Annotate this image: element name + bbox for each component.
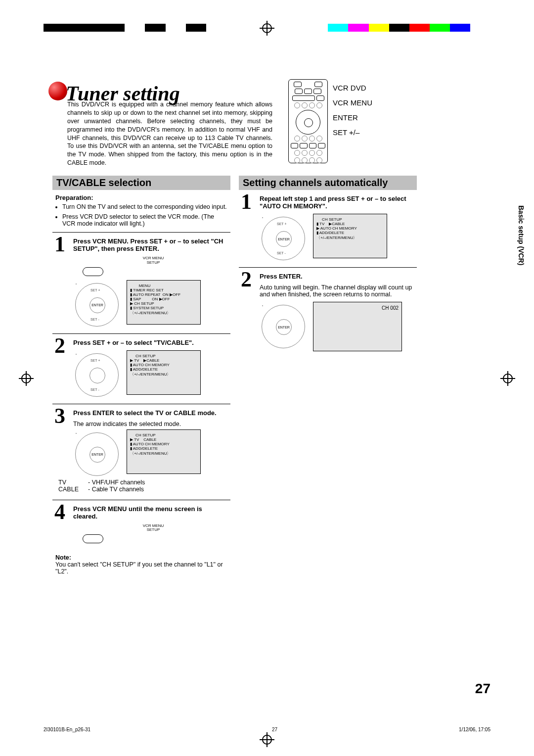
section-bullet-icon <box>48 82 67 100</box>
osd-screen: CH 002 <box>313 302 402 351</box>
registration-mark <box>260 732 274 747</box>
footer-page: 27 <box>272 727 277 732</box>
remote-label: ENTER <box>333 110 372 125</box>
step-instruction: Press VCR MENU until the menu screen is … <box>73 505 227 520</box>
preparation-list: Turn ON the TV and select to the corresp… <box>62 203 227 227</box>
step: 3 Press ENTER to select the TV or CABLE … <box>52 404 230 500</box>
intro-paragraph: This DVD/VCR is equipped with a channel … <box>67 100 272 167</box>
footer-file: 2I30101B-En_p26-31 <box>44 727 90 732</box>
section-tab: Basic setup (VCR) <box>517 205 525 265</box>
step: 2 Press ENTER. Auto tuning will begin. T… <box>239 268 417 358</box>
page-number: 27 <box>475 681 490 697</box>
step-number: 4 <box>54 501 65 523</box>
step-instruction: Press SET + or – to select "TV/CABLE". <box>73 339 227 346</box>
step-number: 1 <box>241 191 252 213</box>
dpad-diagram: SET + ENTER SET - <box>262 217 305 260</box>
manual-page: Tuner setting This DVD/VCR is equipped w… <box>0 0 534 756</box>
note-body: You can't select "CH SETUP" if you set t… <box>55 561 223 575</box>
step-instruction: Press ENTER to select the TV or CABLE mo… <box>73 409 227 417</box>
button-label: VCR MENU SETUP <box>79 256 227 265</box>
page-content: Tuner setting This DVD/VCR is equipped w… <box>44 77 490 716</box>
step-instruction: Press VCR MENU. Press SET + or – to sele… <box>73 237 227 252</box>
step-number: 2 <box>241 269 252 290</box>
step-instruction: Repeat left step 1 and press SET + or – … <box>260 195 414 210</box>
remote-label: SET +/– <box>333 125 372 140</box>
section-heading: TV/CABLE selection <box>52 176 230 190</box>
button-label: VCR MENU SETUP <box>79 524 227 533</box>
dpad-diagram: SET + ENTER SET - <box>75 283 119 327</box>
step: 4 Press VCR MENU until the menu screen i… <box>52 500 230 551</box>
mode-table: TV- VHF/UHF channels CABLE- Cable TV cha… <box>58 479 227 493</box>
preparation-heading: Preparation: <box>55 194 227 201</box>
step: 1 Repeat left step 1 and press SET + or … <box>239 190 417 268</box>
vcr-menu-button-icon <box>83 534 103 543</box>
step-body: Auto tuning will begin. The channel disp… <box>260 284 414 298</box>
left-column: TV/CABLE selection Preparation: Turn ON … <box>52 176 230 579</box>
list-item: Press VCR DVD selector to select the VCR… <box>62 213 227 227</box>
registration-mark <box>260 21 274 36</box>
note-title: Note: <box>55 554 71 561</box>
remote-diagram <box>288 79 328 163</box>
step-body: The arrow indicates the selected mode. <box>73 421 227 427</box>
footer-date: 1/12/06, 17:05 <box>459 727 490 732</box>
section-heading: Setting channels automatically <box>239 176 417 190</box>
osd-screen: CH SETUP ▶ TV CABLE ▮ AUTO CH MEMORY ▮ A… <box>127 429 201 474</box>
dpad-diagram: ENTER <box>262 305 305 348</box>
step: 1 Press VCR MENU. Press SET + or – to se… <box>52 232 230 334</box>
step-number: 1 <box>54 234 65 255</box>
list-item: Turn ON the TV and select to the corresp… <box>62 203 227 210</box>
right-column: Setting channels automatically 1 Repeat … <box>239 176 417 358</box>
print-footer: 2I30101B-En_p26-31 27 1/12/06, 17:05 <box>44 727 490 732</box>
osd-screen: CH SETUP ▶ TV ▶CABLE ▮ AUTO CH MEMORY ▮ … <box>127 350 201 395</box>
remote-label: VCR MENU <box>333 95 372 110</box>
dpad-diagram: SET + SET - <box>75 353 119 397</box>
vcr-menu-button-icon <box>83 267 103 276</box>
osd-screen: CH SETUP ▮ TV ▶CABLE ▶ AUTO CH MEMORY ▮ … <box>313 214 387 258</box>
remote-label-list: VCR DVD VCR MENU ENTER SET +/– <box>333 81 372 140</box>
registration-mark <box>19 371 34 386</box>
osd-screen: MENU ▮ TIMER REC SET ▮ AUTO REPEAT ON ▶O… <box>127 280 201 325</box>
step-instruction: Press ENTER. <box>260 273 414 280</box>
step-number: 2 <box>54 335 65 357</box>
step-number: 3 <box>54 405 65 427</box>
note: Note: You can't select "CH SETUP" if you… <box>55 554 227 575</box>
remote-label: VCR DVD <box>333 81 372 95</box>
dpad-diagram: ENTER <box>75 432 119 476</box>
step: 2 Press SET + or – to select "TV/CABLE".… <box>52 334 230 404</box>
registration-mark <box>500 371 515 386</box>
